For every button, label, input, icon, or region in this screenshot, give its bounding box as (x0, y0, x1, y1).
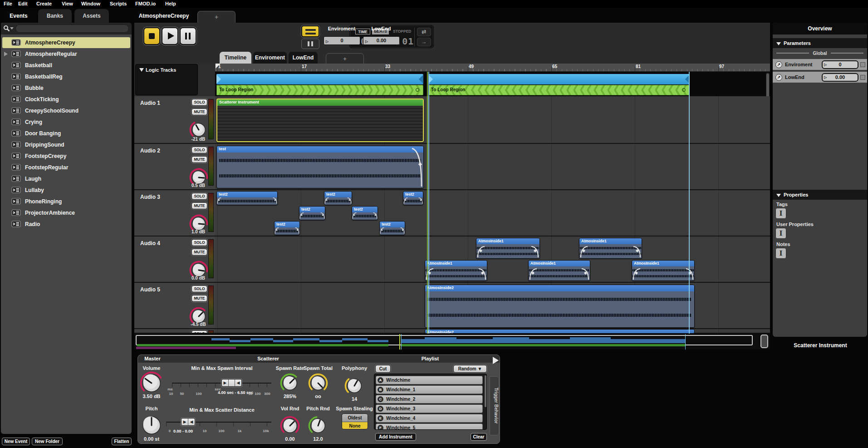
properties-section-header[interactable]: Properties (773, 190, 867, 200)
event-item-footstepregular[interactable]: FootstepRegular (2, 162, 130, 173)
transition-timeline-bar[interactable] (216, 74, 423, 84)
menu-item-create[interactable]: Create (36, 1, 52, 6)
time-mode-button[interactable]: TIME (355, 29, 370, 34)
event-item-clockticking[interactable]: ClockTicking (2, 94, 130, 105)
playlist-item-windchime_1[interactable]: BWindchime_1 (376, 385, 483, 394)
param-field-enviroment[interactable]: ▷0 (324, 36, 360, 45)
knob-polyphony[interactable] (344, 376, 364, 396)
flatten-button[interactable]: Flatten (112, 438, 132, 445)
solo-button[interactable]: SOLO (191, 330, 207, 334)
playlist-item-windchime_2[interactable]: CWindchime_2 (376, 395, 483, 404)
pause-button[interactable] (180, 27, 196, 45)
clip-atmosinside1[interactable]: AtmosInside1 (528, 260, 590, 281)
master-volume-knob[interactable] (140, 371, 163, 395)
event-item-projectorambience[interactable]: ProjectorAmbience (2, 207, 130, 218)
menu-item-fmodio[interactable]: FMOD.io (135, 1, 156, 6)
clear-button[interactable]: Clear (471, 433, 487, 441)
cut-button[interactable]: Cut (375, 365, 391, 373)
parameter-value-field[interactable]: ▷0.00 (822, 73, 858, 82)
clip-test2[interactable]: test2 (352, 206, 378, 220)
timeline-ruler[interactable] (215, 64, 770, 72)
play-button[interactable] (162, 27, 178, 45)
search-filter-caret-icon[interactable] (10, 27, 14, 30)
clip-test2[interactable]: test2 (299, 206, 325, 220)
add-sheet-tab-button[interactable]: + (326, 53, 364, 64)
event-item-basketball[interactable]: Basketball (2, 60, 130, 71)
menu-item-view[interactable]: View (62, 1, 73, 6)
goto-parameter-icon[interactable]: ↗ (775, 74, 782, 81)
parameter-value-field[interactable]: ▷0 (822, 60, 858, 69)
event-item-doorbanging[interactable]: Door Banging (2, 128, 130, 139)
clip-atmosinside2[interactable]: AtmosInside2 (425, 329, 695, 334)
goto-parameter-icon[interactable]: ↗ (775, 61, 782, 68)
clip-atmosinside1[interactable]: AtmosInside1 (476, 238, 540, 259)
nudge-icon[interactable]: ▷ (824, 74, 827, 81)
search-input[interactable] (15, 25, 129, 33)
sheet-tab-timeline[interactable]: Timeline (220, 52, 251, 64)
deck-play-icon[interactable] (493, 357, 499, 364)
mute-button[interactable]: MUTE (191, 156, 207, 163)
new-event-button[interactable]: New Event (2, 438, 30, 445)
browser-tab-events[interactable]: Events (2, 9, 35, 23)
parameter-checkbox[interactable] (860, 62, 865, 67)
minimap-zoom-handle[interactable] (760, 335, 768, 348)
scatter-distance-handle[interactable]: ▶◀ (181, 418, 195, 426)
playlist-mode-dropdown[interactable]: Random ▼ (453, 365, 487, 373)
mute-button[interactable]: MUTE (191, 295, 207, 302)
add-instrument-button[interactable]: Add Instrument (375, 433, 416, 441)
playlist-item-windchime_4[interactable]: EWindchime_4 (376, 414, 483, 423)
event-item-footstepcreepy[interactable]: FootstepCreepy (2, 151, 130, 162)
search-bar[interactable] (1, 23, 132, 34)
edit-userproperties-button[interactable]: I (775, 228, 786, 239)
new-folder-button[interactable]: New Folder (32, 438, 63, 445)
spawn-stealing-oldest[interactable]: Oldest (342, 414, 368, 422)
trigger-behavior-tab[interactable]: Trigger Behavior (490, 376, 499, 435)
menu-item-edit[interactable]: Edit (18, 1, 28, 6)
event-item-basketballreg[interactable]: BasketballReg (2, 71, 130, 82)
param-field-lowend[interactable]: ▷0.00 (363, 36, 400, 45)
clip-scattererinstrument[interactable]: Scatterer Instrument (216, 98, 424, 142)
solo-button[interactable]: SOLO (191, 239, 207, 246)
event-item-bubble[interactable]: Bubble (2, 83, 130, 94)
knob-pitchrnd[interactable] (308, 416, 328, 436)
solo-button[interactable]: SOLO (191, 286, 207, 292)
nudge-icon[interactable]: ▷ (824, 62, 827, 68)
sheet-tab-lowend[interactable]: LowEnd (289, 52, 318, 64)
menu-item-file[interactable]: File (4, 1, 12, 6)
mute-button[interactable]: MUTE (191, 108, 207, 115)
mute-button[interactable]: MUTE (191, 202, 207, 209)
loop-region-1[interactable]: To Loop Region (216, 85, 423, 95)
playlist-item-windchime_3[interactable]: DWindchime_3 (376, 404, 483, 413)
solo-button[interactable]: SOLO (191, 193, 207, 200)
playlist-item-windchime[interactable]: AWindchime (376, 376, 483, 384)
tracks-view-button[interactable] (301, 25, 319, 37)
expander-icon[interactable] (4, 52, 8, 56)
event-item-phoneringing[interactable]: PhoneRinging (2, 196, 130, 207)
clip-test2[interactable]: test2 (324, 191, 352, 205)
clip-atmosinside1[interactable]: AtmosInside1 (632, 260, 695, 281)
event-item-drippingsound[interactable]: DrippingSound (2, 139, 130, 150)
clip-atmosinside1[interactable]: AtmosInside1 (579, 238, 642, 259)
event-item-laugh[interactable]: Laugh (2, 173, 130, 184)
knob-volrnd[interactable] (280, 416, 300, 436)
master-pitch-knob[interactable] (140, 414, 163, 437)
follow-cursor-button[interactable]: → (417, 38, 431, 46)
event-item-radio[interactable]: Radio (2, 219, 130, 230)
knob-spawntotal[interactable] (308, 373, 328, 393)
spawn-interval-handle[interactable]: ▶◀ (221, 379, 242, 387)
browser-tab-banks[interactable]: Banks (38, 9, 72, 23)
logic-tracks-header[interactable]: Logic Tracks (135, 64, 198, 95)
clip-test[interactable]: test (216, 146, 424, 188)
add-event-tab-button[interactable]: + (197, 11, 235, 23)
clip-test2[interactable]: test2 (274, 221, 300, 235)
edit-notes-button[interactable]: I (775, 248, 786, 259)
menu-item-help[interactable]: Help (165, 1, 176, 6)
menu-item-window[interactable]: Window (81, 1, 100, 6)
event-item-atmospherecreepy[interactable]: AtmosphereCreepy (2, 37, 130, 48)
playlist-item-windchime_5[interactable]: FWindchime_5 (376, 423, 483, 430)
playlist-scrollbar[interactable] (485, 375, 486, 407)
event-item-lullaby[interactable]: Lullaby (2, 185, 130, 196)
clip-test2[interactable]: test2 (379, 221, 405, 235)
browser-tab-assets[interactable]: Assets (74, 9, 109, 23)
clip-atmosinside1[interactable]: AtmosInside1 (425, 260, 487, 281)
